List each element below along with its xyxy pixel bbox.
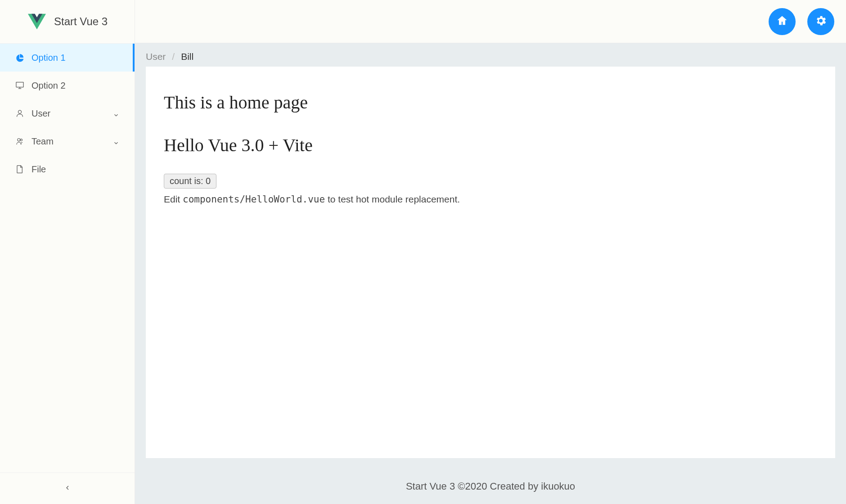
team-icon	[15, 137, 24, 146]
sidebar-item-label: File	[32, 164, 46, 175]
svg-rect-0	[16, 82, 23, 87]
sidebar: Start Vue 3 Option 1 Option 2 User	[0, 0, 135, 504]
sidebar-menu: Option 1 Option 2 User	[0, 43, 135, 472]
footer: Start Vue 3 ©2020 Created by ikuokuo	[135, 469, 846, 504]
header	[135, 0, 846, 43]
breadcrumb: User / Bill	[135, 43, 846, 67]
breadcrumb-item[interactable]: User	[146, 51, 166, 62]
content-area: User / Bill This is a home page Hello Vu…	[135, 43, 846, 504]
count-button[interactable]: count is: 0	[164, 174, 216, 189]
breadcrumb-item-current: Bill	[181, 51, 194, 62]
vue-logo-icon	[28, 13, 46, 31]
page-heading: This is a home page	[164, 92, 817, 113]
main-panel: This is a home page Hello Vue 3.0 + Vite…	[146, 67, 835, 458]
footer-text: Start Vue 3 ©2020 Created by ikuokuo	[406, 481, 575, 492]
home-icon	[776, 14, 788, 29]
user-icon	[15, 109, 24, 118]
file-icon	[15, 165, 24, 174]
gear-icon	[814, 14, 827, 29]
sidebar-item-label: Option 1	[32, 53, 66, 63]
sidebar-item-label: User	[32, 108, 50, 119]
sidebar-item-option-1[interactable]: Option 1	[0, 44, 135, 72]
pie-chart-icon	[15, 53, 24, 62]
sidebar-item-file[interactable]: File	[0, 155, 135, 183]
home-button[interactable]	[769, 8, 796, 35]
hint-prefix: Edit	[164, 194, 183, 204]
desktop-icon	[15, 81, 24, 90]
hint-suffix: to test hot module replacement.	[325, 194, 460, 204]
app-title: Start Vue 3	[54, 15, 108, 28]
page-subheading: Hello Vue 3.0 + Vite	[164, 135, 817, 156]
svg-point-3	[18, 110, 21, 113]
chevron-left-icon	[64, 484, 71, 493]
hint-text: Edit components/HelloWorld.vue to test h…	[164, 194, 817, 205]
sidebar-item-label: Option 2	[32, 81, 66, 91]
logo-area: Start Vue 3	[0, 0, 135, 43]
breadcrumb-separator: /	[172, 51, 175, 62]
chevron-down-icon	[113, 110, 119, 117]
svg-point-4	[18, 139, 20, 141]
svg-point-5	[20, 139, 22, 141]
sidebar-item-team[interactable]: Team	[0, 127, 135, 155]
sidebar-item-user[interactable]: User	[0, 99, 135, 127]
settings-button[interactable]	[807, 8, 834, 35]
sidebar-item-label: Team	[32, 136, 54, 147]
chevron-down-icon	[113, 138, 119, 144]
sidebar-collapse-toggle[interactable]	[0, 472, 135, 504]
sidebar-item-option-2[interactable]: Option 2	[0, 72, 135, 99]
hint-code: components/HelloWorld.vue	[183, 194, 325, 205]
